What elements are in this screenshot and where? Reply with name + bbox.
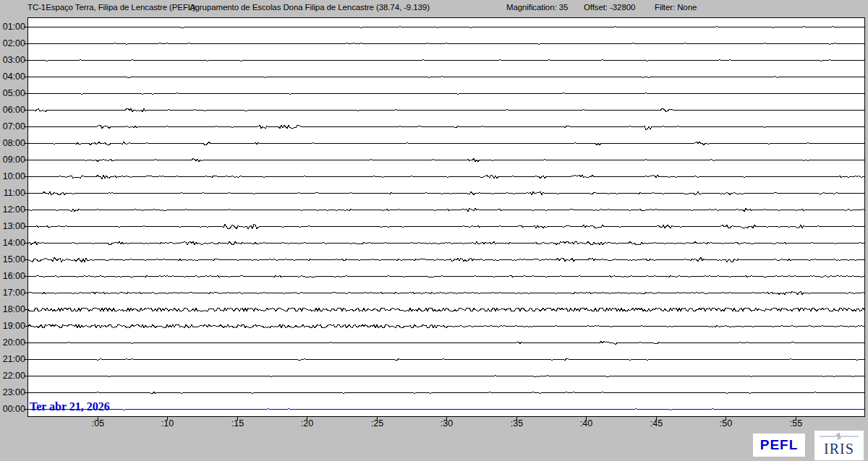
helicorder-window: TC-1Espaço Terra, Filipa de Lencastre (P… — [0, 0, 868, 461]
pefl-logo: PEFL — [753, 434, 805, 457]
iris-seismogram-icon — [818, 432, 860, 441]
pefl-logo-text: PEFL — [760, 437, 799, 453]
date-label: Ter abr 21, 2026 — [30, 401, 110, 413]
helicorder-plot[interactable] — [0, 0, 868, 461]
iris-logo: IRIS — [814, 431, 864, 460]
iris-logo-text: IRIS — [824, 441, 854, 456]
